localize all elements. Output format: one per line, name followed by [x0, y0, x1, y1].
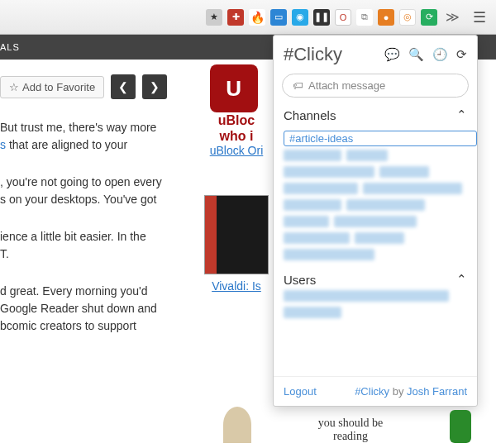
- logout-link[interactable]: Logout: [284, 385, 317, 398]
- article-paragraph-3: ience a little bit easier. In the T.: [0, 228, 186, 263]
- opera-icon[interactable]: O: [335, 9, 351, 26]
- vivaldi-link[interactable]: Vivaldi: Is: [204, 279, 269, 293]
- blurred-item: [363, 183, 462, 194]
- extension-icon-ring[interactable]: ◎: [399, 9, 416, 26]
- strip-label: ALS: [0, 42, 20, 52]
- ublock-subtitle: who i: [210, 128, 264, 144]
- extension-icon-red[interactable]: ✚: [227, 9, 244, 26]
- popup-header: #Clicky 💬 🔍 🕘 ⟳: [274, 36, 477, 70]
- blurred-item: [334, 216, 417, 227]
- clicky-popup: #Clicky 💬 🔍 🕘 ⟳ 🏷 Attach message Channel…: [273, 35, 478, 407]
- favorite-label: Add to Favorite: [22, 81, 95, 93]
- blurred-item: [284, 249, 374, 260]
- ublock-link[interactable]: uBlock Ori: [210, 144, 264, 157]
- users-collapse-icon[interactable]: ⌃: [456, 272, 467, 287]
- clicky-extension-icon[interactable]: ⟳: [421, 9, 437, 26]
- article-left-column: ☆ Add to Favorite ❮ ❯ But trust me, ther…: [0, 74, 194, 335]
- clock-icon[interactable]: 🕘: [432, 47, 448, 62]
- hamburger-menu-icon[interactable]: ☰: [468, 8, 491, 26]
- flame-icon[interactable]: 🔥: [249, 9, 265, 26]
- users-blurred-list: [284, 290, 467, 318]
- brand-link[interactable]: #Clicky: [355, 385, 389, 398]
- comic-text: you should be reading: [318, 417, 384, 443]
- prev-button[interactable]: ❮: [111, 74, 136, 99]
- channels-label: Channels: [284, 108, 336, 122]
- add-to-favorite-button[interactable]: ☆ Add to Favorite: [0, 76, 104, 98]
- blurred-item: [355, 232, 404, 244]
- ublock-logo-icon: U: [210, 64, 258, 112]
- camera-icon[interactable]: ◉: [292, 9, 308, 26]
- article-link[interactable]: s: [0, 138, 6, 151]
- blurred-item: [284, 183, 358, 194]
- pause-icon[interactable]: ❚❚: [313, 9, 330, 26]
- blurred-item: [284, 166, 374, 178]
- blurred-item: [284, 290, 449, 302]
- browser-toolbar: ★ ✚ 🔥 ▭ ◉ ❚❚ O ⧉ ● ◎ ⟳ ≫ ☰: [0, 0, 496, 35]
- extension-icon-orange[interactable]: ●: [378, 9, 394, 26]
- popup-footer: Logout #Clicky by Josh Farrant: [274, 376, 477, 406]
- ublock-card: U uBloc who i uBlock Ori: [210, 64, 264, 157]
- refresh-icon[interactable]: ⟳: [456, 47, 467, 62]
- author-link[interactable]: Josh Farrant: [407, 385, 467, 398]
- blurred-item: [284, 216, 329, 227]
- dilbert-figure: [223, 407, 251, 443]
- channel-chip[interactable]: #article-ideas: [284, 131, 477, 146]
- toolbar-overflow-icon[interactable]: ≫: [442, 9, 463, 25]
- channels-blurred-list: [284, 150, 467, 260]
- vivaldi-thumbnail: [204, 195, 269, 274]
- ublock-title: uBloc: [210, 112, 264, 128]
- star-icon: ☆: [9, 81, 19, 93]
- users-label: Users: [284, 273, 316, 287]
- article-paragraph-4: d great. Every morning you'd Google Read…: [0, 283, 186, 335]
- attach-placeholder: Attach message: [308, 79, 385, 92]
- blurred-item: [346, 150, 388, 161]
- popup-credit: #Clicky by Josh Farrant: [355, 385, 467, 398]
- blurred-item: [379, 166, 429, 178]
- favorite-row: ☆ Add to Favorite ❮ ❯: [0, 74, 186, 99]
- green-figure: [450, 410, 471, 443]
- blurred-item: [284, 199, 341, 211]
- popup-title: #Clicky: [284, 44, 342, 65]
- tag-icon: 🏷: [293, 79, 303, 92]
- users-section-header: Users ⌃: [274, 269, 477, 290]
- channels-collapse-icon[interactable]: ⌃: [456, 107, 467, 122]
- article-paragraph-1: But trust me, there's way more s that ar…: [0, 119, 186, 154]
- channels-section-header: Channels ⌃: [274, 104, 477, 126]
- vivaldi-card: Vivaldi: Is: [204, 195, 269, 293]
- bookmark-star-icon[interactable]: ★: [206, 9, 222, 26]
- chat-icon[interactable]: 💬: [384, 47, 400, 62]
- blurred-item: [284, 232, 350, 244]
- cast-icon[interactable]: ▭: [270, 9, 287, 26]
- blurred-item: [284, 150, 341, 161]
- search-icon[interactable]: 🔍: [408, 47, 424, 62]
- extension-icon-gray[interactable]: ⧉: [356, 9, 373, 26]
- blurred-item: [284, 307, 341, 318]
- blurred-item: [346, 199, 425, 211]
- article-mid-column: U uBloc who i uBlock Ori Vivaldi: Is: [203, 64, 270, 293]
- attach-message-input[interactable]: 🏷 Attach message: [282, 74, 469, 98]
- article-paragraph-2: , you're not going to open every s on yo…: [0, 174, 186, 208]
- popup-action-icons: 💬 🔍 🕘 ⟳: [384, 47, 467, 62]
- comic-background: you should be reading: [223, 407, 471, 443]
- next-button[interactable]: ❯: [142, 74, 167, 99]
